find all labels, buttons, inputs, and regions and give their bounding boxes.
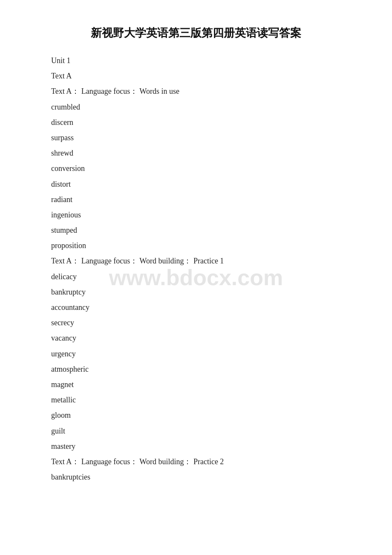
word-item: ingenious bbox=[51, 208, 341, 222]
word-item: surpass bbox=[51, 130, 341, 145]
unit-header: Unit 1 bbox=[51, 53, 341, 68]
word-item: gloom bbox=[51, 408, 341, 422]
word-item: crumbled bbox=[51, 100, 341, 114]
word-item: delicacy bbox=[51, 269, 341, 284]
word-item: bankruptcies bbox=[51, 470, 341, 484]
word-item: shrewd bbox=[51, 146, 341, 160]
section-header: Text A： Language focus： Word building： P… bbox=[51, 454, 341, 469]
word-item: discern bbox=[51, 115, 341, 130]
word-item: atmospheric bbox=[51, 362, 341, 376]
word-item: distort bbox=[51, 177, 341, 191]
word-item: urgency bbox=[51, 347, 341, 361]
word-item: magnet bbox=[51, 377, 341, 392]
word-item: metallic bbox=[51, 393, 341, 407]
word-item: bankruptcy bbox=[51, 285, 341, 299]
unit-header: Text A bbox=[51, 69, 341, 83]
word-item: vacancy bbox=[51, 331, 341, 345]
word-item: conversion bbox=[51, 161, 341, 176]
page-title: 新视野大学英语第三版第四册英语读写答案 bbox=[51, 26, 341, 40]
content-area: Unit 1Text AText A： Language focus： Word… bbox=[51, 53, 341, 484]
word-item: accountancy bbox=[51, 300, 341, 315]
word-item: mastery bbox=[51, 439, 341, 454]
section-header: Text A： Language focus： Words in use bbox=[51, 84, 341, 98]
word-item: proposition bbox=[51, 238, 341, 253]
word-item: guilt bbox=[51, 424, 341, 438]
word-item: secrecy bbox=[51, 315, 341, 330]
section-header: Text A： Language focus： Word building： P… bbox=[51, 254, 341, 268]
word-item: radiant bbox=[51, 192, 341, 207]
word-item: stumped bbox=[51, 223, 341, 237]
